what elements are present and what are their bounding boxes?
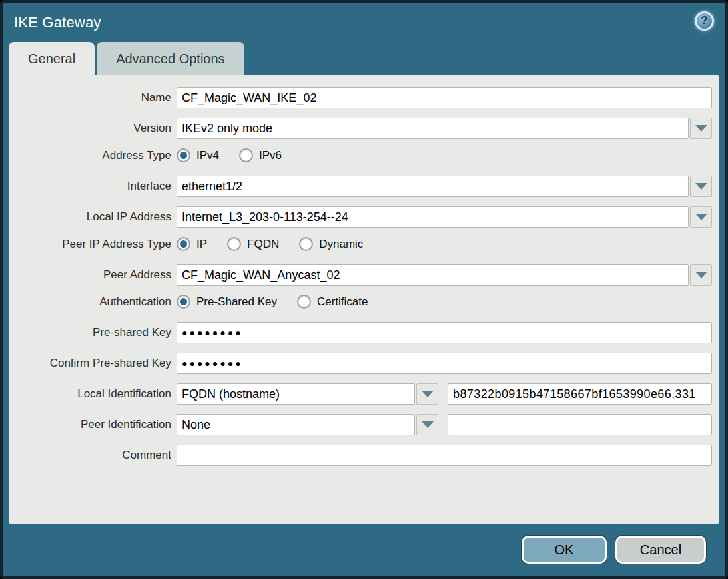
chevron-down-icon [422, 421, 434, 428]
local-ip-address-label: Local IP Address [9, 210, 177, 224]
radio-label: FQDN [247, 238, 279, 251]
general-tab-panel: Name Version IKEv2 only mode Address Typ… [9, 75, 719, 524]
version-row: Version IKEv2 only mode [9, 118, 712, 139]
cancel-button[interactable]: Cancel [615, 536, 706, 564]
local-identification-dropdown-button[interactable] [416, 383, 438, 405]
pre-shared-key-row: Pre-shared Key [9, 322, 712, 343]
interface-label: Interface [9, 180, 177, 193]
footer-bar: OK Cancel [3, 524, 725, 576]
radio-label: Pre-Shared Key [196, 295, 277, 309]
peer-ip-type-dynamic-radio[interactable]: Dynamic [299, 237, 363, 251]
comment-label: Comment [9, 449, 177, 462]
chevron-down-icon [695, 183, 707, 190]
peer-identification-type-value: None [177, 414, 415, 435]
chevron-down-icon [695, 125, 707, 132]
chevron-down-icon [422, 391, 434, 397]
ike-gateway-dialog: IKE Gateway ? General Advanced Options N… [0, 0, 728, 579]
name-input[interactable] [177, 87, 712, 108]
pre-shared-key-label: Pre-shared Key [9, 326, 177, 339]
version-dropdown[interactable]: IKEv2 only mode [177, 118, 712, 139]
peer-ip-address-type-label: Peer IP Address Type [9, 238, 177, 251]
name-row: Name [9, 87, 712, 108]
local-identification-value-input[interactable] [448, 383, 712, 405]
authentication-label: Authentication [9, 295, 177, 309]
local-identification-row: Local Identification FQDN (hostname) [9, 383, 712, 405]
version-dropdown-button[interactable] [690, 118, 712, 139]
interface-value: ethernet1/2 [177, 176, 689, 197]
address-type-row: Address Type IPv4 IPv6 [9, 148, 712, 162]
peer-ip-type-fqdn-radio[interactable]: FQDN [227, 237, 279, 251]
peer-address-dropdown[interactable]: CF_Magic_WAN_Anycast_02 [177, 264, 712, 286]
radio-icon [299, 237, 313, 251]
auth-pre-shared-key-radio[interactable]: Pre-Shared Key [177, 295, 277, 309]
radio-icon [177, 148, 190, 162]
peer-ip-type-ip-radio[interactable]: IP [177, 237, 207, 251]
local-identification-label: Local Identification [9, 387, 177, 401]
peer-identification-value-input[interactable] [448, 414, 712, 435]
confirm-pre-shared-key-input[interactable] [177, 353, 712, 374]
radio-label: Dynamic [319, 238, 363, 251]
chevron-down-icon [695, 272, 707, 278]
local-identification-type-value: FQDN (hostname) [177, 383, 415, 405]
local-ip-address-row: Local IP Address Internet_L3_203-0-113-2… [9, 206, 712, 228]
interface-dropdown[interactable]: ethernet1/2 [177, 176, 712, 197]
radio-label: IPv4 [196, 149, 219, 162]
peer-ip-address-type-row: Peer IP Address Type IP FQDN Dynamic [9, 237, 712, 251]
radio-label: IPv6 [259, 149, 282, 162]
peer-identification-row: Peer Identification None [9, 414, 712, 435]
radio-icon [177, 237, 190, 251]
interface-dropdown-button[interactable] [690, 176, 712, 197]
help-glyph: ? [701, 14, 707, 27]
dialog-title: IKE Gateway [14, 14, 101, 31]
radio-label: IP [196, 238, 207, 251]
radio-icon [297, 295, 311, 309]
peer-identification-dropdown-button[interactable] [416, 414, 438, 435]
address-type-label: Address Type [9, 149, 177, 162]
pre-shared-key-input[interactable] [177, 322, 712, 343]
local-ip-address-dropdown-button[interactable] [690, 206, 712, 228]
peer-address-value: CF_Magic_WAN_Anycast_02 [177, 264, 689, 286]
version-value: IKEv2 only mode [177, 118, 689, 139]
radio-icon [227, 237, 241, 251]
ok-button[interactable]: OK [522, 536, 607, 564]
radio-icon [177, 295, 190, 309]
auth-certificate-radio[interactable]: Certificate [297, 295, 368, 309]
peer-address-label: Peer Address [9, 268, 177, 282]
radio-label: Certificate [317, 295, 368, 309]
local-ip-address-dropdown[interactable]: Internet_L3_203-0-113-254--24 [177, 206, 712, 228]
tab-bar: General Advanced Options [3, 42, 725, 75]
peer-identification-type-dropdown[interactable]: None [177, 414, 438, 435]
tab-general[interactable]: General [9, 42, 95, 75]
name-label: Name [9, 91, 177, 104]
confirm-pre-shared-key-row: Confirm Pre-shared Key [9, 353, 712, 374]
radio-icon [239, 148, 253, 162]
peer-address-dropdown-button[interactable] [690, 264, 712, 286]
peer-address-row: Peer Address CF_Magic_WAN_Anycast_02 [9, 264, 712, 286]
comment-input[interactable] [177, 445, 712, 466]
authentication-row: Authentication Pre-Shared Key Certificat… [9, 295, 712, 309]
titlebar: IKE Gateway ? [3, 3, 725, 42]
interface-row: Interface ethernet1/2 [9, 176, 712, 197]
address-type-ipv6-radio[interactable]: IPv6 [239, 148, 282, 162]
help-icon[interactable]: ? [695, 11, 714, 31]
local-ip-address-value: Internet_L3_203-0-113-254--24 [177, 206, 689, 228]
peer-identification-label: Peer Identification [9, 418, 177, 431]
address-type-ipv4-radio[interactable]: IPv4 [177, 148, 219, 162]
chevron-down-icon [695, 214, 707, 220]
tab-advanced-options[interactable]: Advanced Options [97, 42, 244, 75]
comment-row: Comment [9, 445, 712, 466]
local-identification-type-dropdown[interactable]: FQDN (hostname) [177, 383, 438, 405]
version-label: Version [9, 122, 177, 135]
confirm-pre-shared-key-label: Confirm Pre-shared Key [9, 357, 177, 370]
